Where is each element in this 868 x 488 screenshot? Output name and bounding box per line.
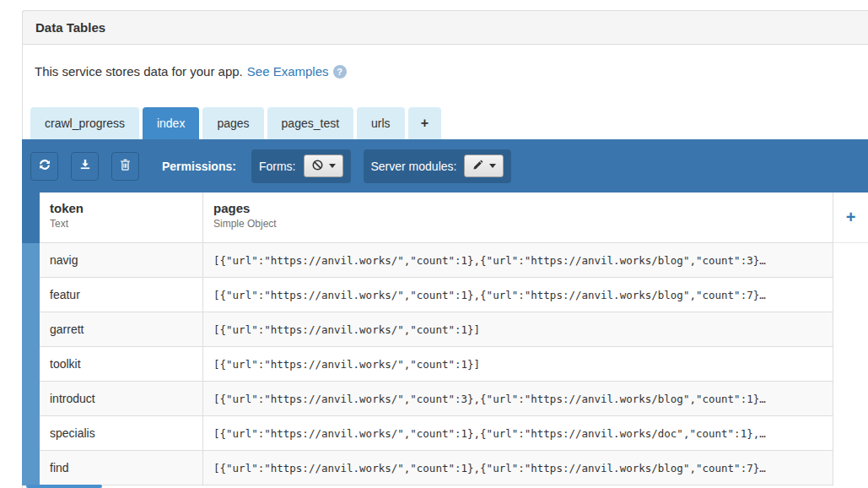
refresh-icon: [38, 158, 51, 175]
column-type: Text: [50, 218, 202, 230]
row-selector-gutter[interactable]: [22, 243, 40, 485]
table-row: featur [{"url":"https://anvil.works/","c…: [40, 278, 833, 312]
token-cell[interactable]: garrett: [40, 312, 202, 346]
token-cell[interactable]: navig: [40, 243, 202, 277]
column-header-row: token Text pages Simple Object: [40, 192, 833, 243]
column-name: pages: [213, 201, 833, 215]
forms-permission-dropdown[interactable]: [304, 155, 343, 177]
panel-heading: Data Tables: [22, 10, 868, 45]
header-gutter: [22, 192, 40, 243]
token-cell[interactable]: toolkit: [40, 347, 202, 381]
server-modules-permission-group: Server modules:: [364, 149, 512, 183]
service-description: This service stores data for your app. S…: [35, 64, 347, 79]
token-cell[interactable]: featur: [40, 278, 202, 312]
table-row: find [{"url":"https://anvil.works/","cou…: [40, 451, 833, 485]
add-column-button[interactable]: +: [833, 192, 868, 243]
table-row: navig [{"url":"https://anvil.works/","co…: [40, 243, 833, 278]
table-row: garrett [{"url":"https://anvil.works/","…: [40, 312, 833, 347]
download-icon: [78, 158, 92, 175]
pages-cell[interactable]: [{"url":"https://anvil.works/","count":3…: [202, 382, 833, 415]
token-cell[interactable]: specialis: [40, 416, 202, 450]
tab-urls[interactable]: urls: [357, 107, 405, 139]
horizontal-scrollbar-thumb[interactable]: [26, 485, 102, 488]
page-title: Data Tables: [35, 20, 105, 35]
pages-cell[interactable]: [{"url":"https://anvil.works/","count":1…: [202, 312, 833, 346]
column-header-pages[interactable]: pages Simple Object: [202, 192, 833, 242]
tab-index[interactable]: index: [143, 107, 199, 139]
pages-cell[interactable]: [{"url":"https://anvil.works/","count":1…: [202, 347, 833, 381]
table-row: introduct [{"url":"https://anvil.works/"…: [40, 382, 833, 416]
add-table-tab[interactable]: +: [408, 107, 441, 139]
pencil-icon: [472, 159, 484, 174]
ban-icon: [311, 159, 324, 174]
column-type: Simple Object: [213, 218, 833, 230]
refresh-button[interactable]: [30, 152, 58, 181]
column-header-token[interactable]: token Text: [40, 192, 202, 242]
server-modules-permission-dropdown[interactable]: [464, 155, 504, 177]
table-tabs: crawl_progress index pages pages_test ur…: [30, 107, 441, 139]
column-name: token: [50, 201, 202, 215]
see-examples-link[interactable]: See Examples: [247, 64, 329, 79]
permissions-label: Permissions:: [162, 160, 236, 173]
tab-crawl-progress[interactable]: crawl_progress: [30, 107, 139, 139]
pages-cell[interactable]: [{"url":"https://anvil.works/","count":1…: [202, 416, 833, 450]
delete-table-button[interactable]: [111, 152, 139, 181]
server-modules-label: Server modules:: [371, 160, 457, 173]
table-toolbar: Permissions: Forms: Server modules:: [22, 139, 868, 192]
pages-cell[interactable]: [{"url":"https://anvil.works/","count":1…: [202, 278, 833, 312]
data-table-grid: token Text pages Simple Object + navig […: [22, 192, 868, 485]
pages-cell[interactable]: [{"url":"https://anvil.works/","count":1…: [202, 451, 833, 485]
download-button[interactable]: [71, 152, 99, 181]
tab-pages-test[interactable]: pages_test: [267, 107, 354, 139]
help-icon[interactable]: ?: [333, 65, 347, 79]
token-cell[interactable]: find: [40, 451, 202, 485]
chevron-down-icon: [489, 164, 496, 168]
table-row: toolkit [{"url":"https://anvil.works/","…: [40, 347, 833, 382]
forms-permission-group: Forms:: [251, 149, 351, 183]
data-tables-page: Data Tables This service stores data for…: [0, 0, 868, 488]
forms-label: Forms:: [259, 160, 296, 173]
trash-icon: [119, 158, 132, 175]
service-description-text: This service stores data for your app.: [35, 64, 243, 79]
tab-pages[interactable]: pages: [202, 107, 263, 139]
chevron-down-icon: [329, 164, 336, 168]
table-row: specialis [{"url":"https://anvil.works/"…: [40, 416, 833, 451]
pages-cell[interactable]: [{"url":"https://anvil.works/","count":1…: [202, 243, 833, 277]
token-cell[interactable]: introduct: [40, 382, 202, 415]
